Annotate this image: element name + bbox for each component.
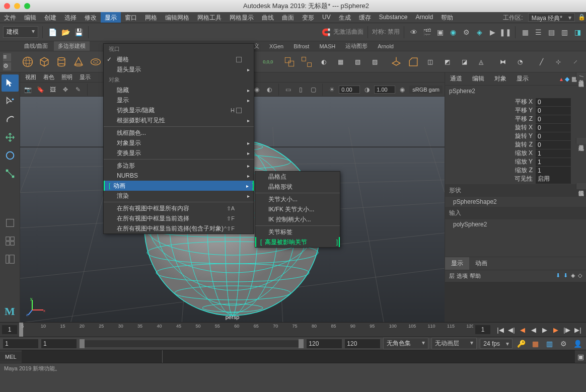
open-scene-icon[interactable]: 📂 xyxy=(60,27,71,38)
range-handle-right[interactable] xyxy=(299,339,304,348)
shelf-options[interactable]: ≡⚙ xyxy=(3,53,18,70)
menu-mesh-display[interactable]: 网格显示 xyxy=(226,12,258,23)
menu-cache[interactable]: 缓存 xyxy=(355,12,375,23)
menu-modify[interactable]: 修改 xyxy=(81,12,101,23)
range-inner-start[interactable]: 1 xyxy=(41,339,77,348)
shelf-tab-poly[interactable]: 多边形建模 xyxy=(54,41,90,51)
menu-display[interactable]: 显示 xyxy=(101,12,121,23)
light-editor-icon[interactable]: ▶ xyxy=(487,27,498,38)
dd-wcolor[interactable]: 线框颜色... xyxy=(104,128,254,138)
vp-select-cam-icon[interactable]: 📷 xyxy=(22,84,33,95)
menu-surfaces[interactable]: 曲面 xyxy=(278,12,298,23)
menu-arnold[interactable]: Arnold xyxy=(411,12,437,23)
render-view-icon[interactable]: 🎬 xyxy=(421,27,432,38)
symmetry-label[interactable]: 对称: 禁用 xyxy=(372,28,400,36)
play-back-icon[interactable]: ◀ xyxy=(529,325,539,335)
menu-uv[interactable]: UV xyxy=(318,12,335,23)
dd-grid[interactable]: ✓栅格 xyxy=(104,54,254,64)
collapse-icon[interactable]: ◬ xyxy=(474,53,489,70)
visibility-icon[interactable]: 👁 xyxy=(408,27,419,38)
menu-deform[interactable]: 变形 xyxy=(298,12,318,23)
shelf-tab-curves[interactable]: 曲线/曲面 xyxy=(20,41,52,51)
rotate-tool[interactable] xyxy=(2,147,19,164)
colorspace-combo[interactable]: sRGB gam xyxy=(409,86,443,94)
layer-add-sel-icon[interactable]: ⬇ xyxy=(556,272,560,280)
multi-cut-icon[interactable]: ╱ xyxy=(534,53,549,70)
save-scene-icon[interactable]: 💾 xyxy=(73,27,84,38)
dd-toggle[interactable]: 切换显示/隐藏H xyxy=(104,105,254,115)
extrude-icon[interactable] xyxy=(389,53,404,70)
script-editor-icon[interactable]: 👤 xyxy=(572,338,583,349)
vp-menu-shading[interactable]: 着色 xyxy=(40,72,57,82)
attr-editor-icon[interactable]: ◨ xyxy=(572,27,583,38)
menu-mesh-tools[interactable]: 网格工具 xyxy=(193,12,226,23)
poly-cone-icon[interactable] xyxy=(71,53,86,70)
ch-tab-channels[interactable]: 通道 xyxy=(445,72,467,85)
poly-torus-icon[interactable] xyxy=(88,53,103,70)
vtab-attr[interactable]: 属性编辑器 xyxy=(576,183,586,189)
layer-tab-display[interactable]: 显示 xyxy=(445,257,469,270)
start-frame-field[interactable]: 1 xyxy=(2,325,17,334)
origin-icon[interactable]: 0,0,0 xyxy=(261,53,276,70)
range-track[interactable] xyxy=(80,340,304,347)
play-fwd-icon[interactable]: ▶ xyxy=(540,325,550,335)
cmd-lang-label[interactable]: MEL xyxy=(0,352,22,362)
ch-tab-show[interactable]: 显示 xyxy=(511,72,534,85)
append-icon[interactable]: ◩ xyxy=(440,53,455,70)
bevel-icon[interactable] xyxy=(406,53,421,70)
shelf-tab-mash[interactable]: MASH xyxy=(315,42,339,50)
vp-2d-pan-icon[interactable]: ✥ xyxy=(60,84,71,95)
dd-hide[interactable]: 隐藏▸ xyxy=(104,85,254,95)
vp-exposure-icon[interactable]: ☀ xyxy=(326,84,337,95)
vtab-modeling[interactable]: 建模工具包 xyxy=(576,138,586,144)
combine-icon[interactable] xyxy=(282,53,298,70)
shelf-tab-xgen[interactable]: XGen xyxy=(265,42,287,50)
vp-resolution-icon[interactable]: ▯ xyxy=(295,84,306,95)
vp-bookmark-icon[interactable]: 🔖 xyxy=(35,84,46,95)
menu-select[interactable]: 选择 xyxy=(60,12,81,23)
step-back-icon[interactable]: ◀ xyxy=(518,325,528,335)
select-tool[interactable] xyxy=(2,74,19,92)
input-name[interactable]: polySphere2 xyxy=(445,219,586,229)
vp-film-gate-icon[interactable]: ▢ xyxy=(308,84,319,95)
booleans-icon[interactable]: ◐ xyxy=(316,53,331,70)
separate-icon[interactable] xyxy=(299,53,314,70)
ipr-icon[interactable]: ▣ xyxy=(434,27,446,38)
layer-add-icon[interactable]: ⬇ xyxy=(563,272,568,280)
render-globals-icon[interactable]: ⚙ xyxy=(461,27,472,38)
close-icon[interactable] xyxy=(4,3,10,9)
layout-four-icon[interactable] xyxy=(2,232,19,250)
menu-windows[interactable]: 窗口 xyxy=(121,12,141,23)
layer-new-empty-icon[interactable]: ◇ xyxy=(578,272,582,280)
menu-substance[interactable]: Substance xyxy=(375,12,412,23)
sub-ik-handle[interactable]: IK 控制柄大小... xyxy=(255,214,340,224)
sculpt-icon[interactable]: ◔ xyxy=(512,53,528,70)
vp-menu-lighting[interactable]: 照明 xyxy=(58,72,76,82)
sub-lattice-shape[interactable]: 晶格形状 xyxy=(255,182,340,192)
dd-nurbs[interactable]: NURBS▸ xyxy=(104,171,254,181)
range-start-field[interactable]: 1 xyxy=(3,339,38,348)
new-scene-icon[interactable]: 📄 xyxy=(47,27,58,38)
ch-tab-object[interactable]: 对象 xyxy=(489,72,511,85)
shelf-tab-bifrost[interactable]: Bifrost xyxy=(289,42,313,50)
vp-gate-icon[interactable]: ▭ xyxy=(282,84,294,95)
fps-combo[interactable]: 24 fps xyxy=(480,339,512,349)
vtab-channel[interactable]: 通道盒/层编辑器 xyxy=(576,72,586,80)
exposure-field[interactable]: 0.00 xyxy=(339,86,360,94)
menu-edit-mesh[interactable]: 编辑网格 xyxy=(161,12,193,23)
range-handle-left[interactable] xyxy=(80,339,85,348)
maximize-icon[interactable] xyxy=(24,3,30,9)
target-weld-icon[interactable]: ⊹ xyxy=(551,53,566,70)
dd-show[interactable]: 显示▸ xyxy=(104,95,254,105)
time-ruler[interactable]: 5101520253035404550556065707580859095100… xyxy=(19,323,473,337)
menu-mesh[interactable]: 网格 xyxy=(141,12,161,23)
vp-menu-view[interactable]: 视图 xyxy=(22,72,39,82)
current-frame-field[interactable]: 1 xyxy=(475,325,490,334)
shelf-tab-arnold[interactable]: Arnold xyxy=(374,42,398,50)
sub-joint-size[interactable]: 关节大小... xyxy=(255,194,340,204)
dd-poly[interactable]: 多边形▸ xyxy=(104,161,254,171)
scale-tool[interactable] xyxy=(2,165,19,182)
dd-cam-vis[interactable]: 根据摄影机可见性▸ xyxy=(104,115,254,125)
sub-ikfk-size[interactable]: IK/FK 关节大小... xyxy=(255,204,340,214)
vp-xray-icon[interactable]: ◐ xyxy=(264,84,275,95)
